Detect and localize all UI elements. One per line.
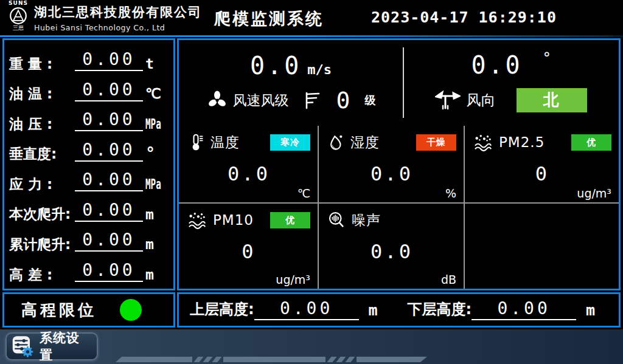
upper-height-unit: m <box>369 301 378 319</box>
metric-unit: MPa <box>145 117 160 132</box>
noise-icon <box>327 211 346 229</box>
logo-text-bottom: 三思 <box>5 26 32 31</box>
metric-unit: ° <box>145 144 169 162</box>
sensor-grid: 温度 寒冷 0.0 ℃ 湿度 干燥 0.0 % <box>179 126 619 289</box>
metric-label: 高 差 : <box>9 267 74 283</box>
metric-label: 重 量 : <box>9 56 74 72</box>
settings-button[interactable]: 系统设置 <box>5 332 98 360</box>
dust-icon <box>187 211 207 229</box>
metric-value: 0.00 <box>75 202 143 222</box>
environment-panel: 0.0 m/s 风速风级 <box>177 38 621 290</box>
metric-label: 油 压 : <box>9 116 74 132</box>
page-title: 爬模监测系统 <box>214 8 324 30</box>
sensor-name: PM10 <box>213 212 254 228</box>
wind-direction-badge: 北 <box>517 88 587 112</box>
metric-unit: MPa <box>145 177 160 192</box>
sensor-value: 0.0 <box>327 240 456 263</box>
metric-label: 油 温 : <box>9 86 74 101</box>
wind-level-value: 0 <box>336 89 350 112</box>
metric-value: 0.00 <box>75 111 143 131</box>
wind-vane-icon <box>435 90 461 111</box>
metric-value: 0.00 <box>75 81 143 101</box>
logo-text-top: SUNS <box>5 1 32 6</box>
metric-value: 0.00 <box>75 142 143 162</box>
decorative-stripes <box>116 357 427 362</box>
wind-level-line: 风速风级 0 级 <box>206 89 376 112</box>
metrics-panel: 重 量 : 0.00 t 油 温 : 0.00 ℃ 油 压 : 0.00 MPa… <box>2 38 175 290</box>
metric-row-total-climb: 累计爬升: 0.00 m <box>9 225 169 252</box>
wind-direction-value: 0.0 <box>471 53 522 77</box>
sensor-value: 0.0 <box>187 162 310 185</box>
metric-unit: m <box>145 207 169 222</box>
sensor-unit: ug/m³ <box>577 187 611 200</box>
company-name-cn: 湖北三思科技股份有限公司 <box>34 4 202 21</box>
metric-unit: ℃ <box>145 86 169 101</box>
bottom-bar: 系统设置 <box>0 329 623 364</box>
sensor-cell-temperature: 温度 寒冷 0.0 ℃ <box>179 126 319 204</box>
wind-level-icon <box>304 91 321 110</box>
elevation-status-light <box>120 299 142 321</box>
sensor-unit: dB <box>441 273 456 286</box>
wind-level-unit: 级 <box>364 93 375 108</box>
metric-label: 应 力 : <box>9 176 74 192</box>
metric-row-height-diff: 高 差 : 0.00 m <box>9 256 169 283</box>
metric-value: 0.00 <box>75 51 143 71</box>
wind-direction-block: 0.0 ° 风向 北 <box>403 40 619 125</box>
wind-speed-value: 0.0 <box>250 53 301 78</box>
lower-height-unit: m <box>586 301 595 319</box>
metric-row-current-climb: 本次爬升: 0.00 m <box>9 196 169 222</box>
metric-label: 本次爬升: <box>9 206 74 222</box>
sensor-cell-pm10: PM10 优 0 ug/m³ <box>179 204 319 289</box>
wind-direction-unit: ° <box>543 53 551 64</box>
metric-row-oil-pressure: 油 压 : 0.00 MPa <box>9 105 169 132</box>
wind-direction-sub: 风向 北 <box>435 88 587 112</box>
metric-row-oil-temp: 油 温 : 0.00 ℃ <box>9 75 169 102</box>
wind-section-divider <box>403 47 404 118</box>
monitoring-screen: SUNS 三思 湖北三思科技股份有限公司 Hubei Sansi Technol… <box>0 0 623 364</box>
metric-row-verticality: 垂直度: 0.00 ° <box>9 136 169 162</box>
sensor-unit: ℃ <box>298 187 310 200</box>
wind-speed-line: 0.0 m/s <box>250 53 332 78</box>
wind-speed-block: 0.0 m/s 风速风级 <box>179 40 403 125</box>
sensor-cell-humidity: 湿度 干燥 0.0 % <box>319 126 465 204</box>
upper-height-label: 上层高度: <box>190 300 254 319</box>
sensor-status-badge: 优 <box>571 134 611 151</box>
sensor-status-badge: 寒冷 <box>270 134 310 151</box>
metric-unit: m <box>145 237 169 252</box>
sensor-value: 0.0 <box>327 162 456 185</box>
wind-direction-label: 风向 <box>467 91 496 110</box>
sensor-name: 湿度 <box>350 133 380 152</box>
lower-height-label: 下层高度: <box>408 300 472 319</box>
metric-unit: m <box>145 267 169 283</box>
sensor-cell-noise: 噪声 0.0 dB <box>319 204 465 289</box>
upper-height-value: 0.00 <box>254 300 359 320</box>
metric-unit: t <box>145 57 169 72</box>
humidity-icon <box>327 133 344 151</box>
wind-section: 0.0 m/s 风速风级 <box>179 40 619 125</box>
elevation-limit-panel: 高程限位 <box>2 292 175 328</box>
metric-value: 0.00 <box>75 232 143 252</box>
lower-height-group: 下层高度: 0.00 m <box>408 300 610 320</box>
sensor-name: 噪声 <box>352 211 381 230</box>
sensor-name: PM2.5 <box>499 134 545 150</box>
metric-row-stress: 应 力 : 0.00 MPa <box>9 165 169 192</box>
header-divider <box>0 35 623 37</box>
wind-speed-unit: m/s <box>307 62 332 77</box>
thermometer-icon <box>187 133 204 151</box>
company-logo-icon <box>9 7 28 25</box>
wind-speed-label: 风速风级 <box>233 91 289 110</box>
elevation-limit-label: 高程限位 <box>21 300 97 321</box>
sensor-cell-empty <box>465 204 619 289</box>
header: SUNS 三思 湖北三思科技股份有限公司 Hubei Sansi Technol… <box>0 0 623 35</box>
sensor-status-badge: 优 <box>270 212 310 228</box>
fan-icon <box>206 89 228 111</box>
metric-label: 垂直度: <box>9 146 74 162</box>
sensor-value: 0 <box>473 162 611 185</box>
lower-height-value: 0.00 <box>472 300 576 320</box>
sensor-unit: ug/m³ <box>276 273 310 286</box>
company-name-en: Hubei Sansi Technology Co., Ltd <box>34 23 202 32</box>
datetime-display: 2023-04-17 16:29:10 <box>371 9 557 26</box>
sensor-unit: % <box>445 187 456 200</box>
sensor-name: 温度 <box>211 133 240 152</box>
company-logo: SUNS 三思 <box>5 1 32 31</box>
